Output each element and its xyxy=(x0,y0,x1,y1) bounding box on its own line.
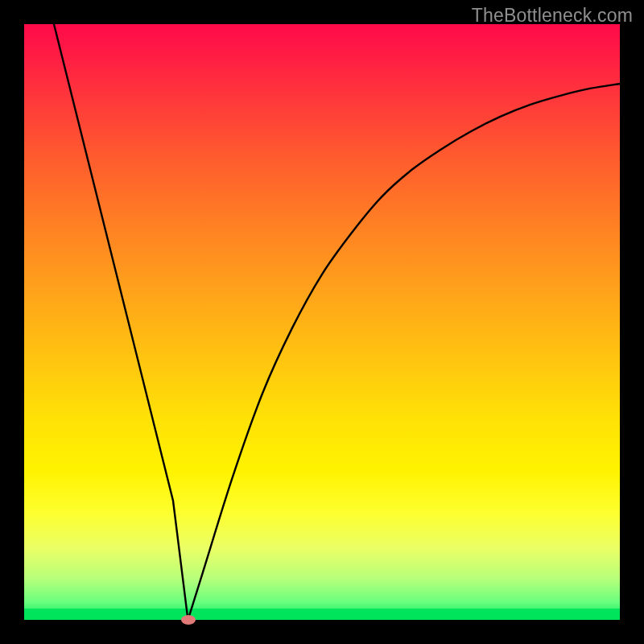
curve-svg xyxy=(24,24,620,620)
plot-area xyxy=(24,24,620,620)
bottleneck-curve xyxy=(54,24,620,620)
watermark-text: TheBottleneck.com xyxy=(472,5,633,27)
chart-frame: TheBottleneck.com xyxy=(0,0,644,644)
minimum-marker xyxy=(181,615,196,625)
